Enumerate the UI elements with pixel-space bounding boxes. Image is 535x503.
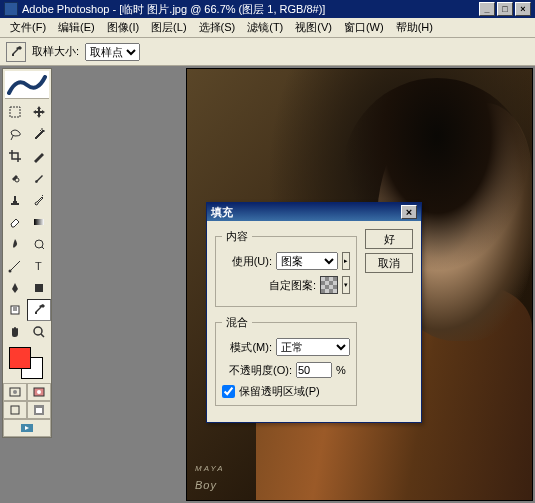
mode-select[interactable]: 正常: [276, 338, 350, 356]
tool-type[interactable]: T: [27, 255, 51, 277]
opacity-input[interactable]: [296, 362, 332, 378]
app-titlebar: Adobe Photoshop - [临时 图片.jpg @ 66.7% (图层…: [0, 0, 535, 18]
menu-view[interactable]: 视图(V): [289, 18, 338, 37]
preserve-transparency-label: 保留透明区域(P): [239, 384, 320, 399]
app-title: Adobe Photoshop - [临时 图片.jpg @ 66.7% (图层…: [22, 2, 477, 17]
custom-pattern-label: 自定图案:: [269, 278, 316, 293]
tool-wand[interactable]: [27, 123, 51, 145]
use-flyout-icon[interactable]: ▸: [342, 252, 350, 270]
dialog-titlebar[interactable]: 填充 ×: [207, 203, 421, 221]
cancel-button[interactable]: 取消: [365, 253, 413, 273]
menu-image[interactable]: 图像(I): [101, 18, 145, 37]
options-bar: 取样大小: 取样点: [0, 38, 535, 66]
dialog-title: 填充: [211, 205, 401, 220]
tool-hand[interactable]: [3, 321, 27, 343]
pattern-preview[interactable]: [320, 276, 338, 294]
sample-size-select[interactable]: 取样点: [85, 43, 140, 61]
svg-text:T: T: [35, 260, 42, 272]
ok-button[interactable]: 好: [365, 229, 413, 249]
maximize-button[interactable]: □: [497, 2, 513, 16]
tool-pen[interactable]: [3, 277, 27, 299]
screenmode-standard[interactable]: [3, 401, 27, 419]
screenmode-full-menu[interactable]: [27, 401, 51, 419]
app-icon: [4, 2, 18, 16]
use-select[interactable]: 图案: [276, 252, 338, 270]
tool-notes[interactable]: [3, 299, 27, 321]
close-button[interactable]: ×: [515, 2, 531, 16]
blend-group: 混合 模式(M): 正常 不透明度(O): % 保留透明区域(P): [215, 315, 357, 406]
menubar: 文件(F) 编辑(E) 图像(I) 图层(L) 选择(S) 滤镜(T) 视图(V…: [0, 18, 535, 38]
svg-point-3: [35, 240, 43, 248]
menu-layer[interactable]: 图层(L): [145, 18, 192, 37]
tool-gradient[interactable]: [27, 211, 51, 233]
svg-rect-13: [11, 406, 19, 414]
quickmask-on[interactable]: [27, 383, 51, 401]
use-label: 使用(U):: [222, 254, 272, 269]
pattern-flyout-icon[interactable]: ▾: [342, 276, 350, 294]
workspace: T MAYA B: [0, 66, 535, 503]
fill-dialog: 填充 × 好 取消 内容 使用(U): 图案 ▸ 自定图案: ▾: [206, 202, 422, 423]
blend-legend: 混合: [222, 315, 252, 330]
watermark: MAYA Boy: [195, 464, 225, 494]
tool-path[interactable]: [3, 255, 27, 277]
content-legend: 内容: [222, 229, 252, 244]
tool-history-brush[interactable]: [27, 189, 51, 211]
tool-move[interactable]: [27, 101, 51, 123]
preserve-transparency-checkbox[interactable]: [222, 385, 235, 398]
foreground-color[interactable]: [9, 347, 31, 369]
sample-size-label: 取样大小:: [32, 44, 79, 59]
menu-edit[interactable]: 编辑(E): [52, 18, 101, 37]
menu-help[interactable]: 帮助(H): [390, 18, 439, 37]
tool-brush[interactable]: [27, 167, 51, 189]
menu-window[interactable]: 窗口(W): [338, 18, 390, 37]
jump-imageready[interactable]: [3, 419, 51, 437]
menu-select[interactable]: 选择(S): [193, 18, 242, 37]
tool-dodge[interactable]: [27, 233, 51, 255]
tool-slice[interactable]: [27, 145, 51, 167]
tool-marquee[interactable]: [3, 101, 27, 123]
svg-point-4: [9, 270, 12, 273]
tool-eyedropper[interactable]: [27, 299, 51, 321]
menu-file[interactable]: 文件(F): [4, 18, 52, 37]
svg-point-12: [37, 390, 41, 394]
menu-filter[interactable]: 滤镜(T): [241, 18, 289, 37]
opacity-label: 不透明度(O):: [222, 363, 292, 378]
tool-stamp[interactable]: [3, 189, 27, 211]
eyedropper-tool-icon[interactable]: [6, 42, 26, 62]
svg-rect-15: [36, 408, 42, 413]
svg-rect-0: [10, 107, 20, 117]
toolbox: T: [2, 68, 52, 438]
content-group: 内容 使用(U): 图案 ▸ 自定图案: ▾: [215, 229, 357, 307]
tool-shape[interactable]: [27, 277, 51, 299]
opacity-unit: %: [336, 364, 346, 376]
dialog-close-button[interactable]: ×: [401, 205, 417, 219]
tool-lasso[interactable]: [3, 123, 27, 145]
svg-point-1: [15, 178, 19, 182]
svg-point-8: [34, 327, 42, 335]
svg-rect-6: [35, 284, 43, 292]
quickmask-off[interactable]: [3, 383, 27, 401]
svg-point-10: [13, 390, 17, 394]
mode-label: 模式(M):: [222, 340, 272, 355]
svg-rect-2: [34, 219, 44, 225]
tool-zoom[interactable]: [27, 321, 51, 343]
brush-preview[interactable]: [5, 71, 49, 99]
color-swatches: [3, 343, 51, 383]
tool-eraser[interactable]: [3, 211, 27, 233]
minimize-button[interactable]: _: [479, 2, 495, 16]
tool-crop[interactable]: [3, 145, 27, 167]
tool-healing[interactable]: [3, 167, 27, 189]
tool-blur[interactable]: [3, 233, 27, 255]
